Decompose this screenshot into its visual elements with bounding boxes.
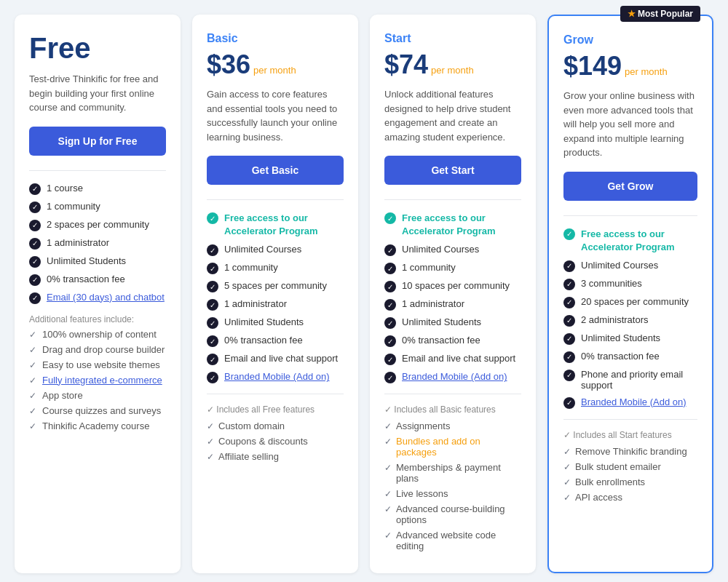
- feature-item: ✓ Phone and priority email support: [563, 369, 697, 391]
- feature-text: 1 community: [402, 262, 456, 273]
- check-icon: ✓: [563, 279, 575, 290]
- feature-text: 2 administrators: [581, 314, 648, 325]
- features-section: ✓ 1 course ✓ 1 community ✓ 2 spaces per …: [29, 170, 166, 436]
- check-icon: ✓: [384, 317, 396, 329]
- features-section: ✓ Free access to our Accelerator Program…: [563, 215, 697, 507]
- additional-text: App store: [42, 390, 83, 401]
- feature-text: 1 administrator: [47, 237, 109, 248]
- accelerator-feature: ✓ Free access to our Accelerator Program: [207, 212, 344, 238]
- plan-description: Grow your online business with even more…: [563, 89, 697, 160]
- additional-item: ✓ Fully integrated e-commerce: [29, 375, 166, 386]
- additional-text: Course quizzes and surveys: [42, 405, 161, 416]
- additional-item: ✓ Thinkific Academy course: [29, 420, 166, 431]
- feature-text: Unlimited Students: [581, 332, 660, 343]
- feature-text: Phone and priority email support: [581, 369, 697, 391]
- feature-text: 1 administrator: [224, 298, 287, 309]
- feature-item: ✓ Branded Mobile (Add on): [384, 371, 521, 383]
- includes-text: Memberships & payment plans: [396, 462, 521, 484]
- additional-text: Drag and drop course builder: [42, 344, 165, 355]
- plan-name: Basic: [207, 32, 344, 45]
- feature-item: ✓ Unlimited Students: [29, 255, 166, 268]
- check-icon: ✓: [207, 244, 218, 256]
- cta-button-basic[interactable]: Get Basic: [207, 156, 344, 185]
- cta-button-start[interactable]: Get Start: [384, 156, 521, 185]
- price-amount: $36: [207, 49, 250, 80]
- includes-label: ✓ Includes all Free features: [207, 404, 344, 415]
- additional-item: ✓ Easy to use website themes: [29, 359, 166, 370]
- star-icon: ★: [628, 9, 636, 19]
- accelerator-feature: ✓ Free access to our Accelerator Program: [384, 212, 521, 238]
- check-icon: ✓: [384, 212, 396, 224]
- feature-item: ✓ Unlimited Courses: [384, 244, 521, 256]
- plan-name: Grow: [563, 33, 697, 47]
- includes-text: Bulk student emailer: [575, 461, 661, 472]
- feature-item: ✓ Unlimited Courses: [563, 260, 697, 272]
- additional-item: ✓ Course quizzes and surveys: [29, 405, 166, 416]
- check-icon: ✓: [29, 274, 41, 286]
- feature-item: ✓ 5 spaces per community: [207, 280, 344, 292]
- price-row: $36 per month: [207, 49, 344, 80]
- accelerator-feature: ✓ Free access to our Accelerator Program: [563, 228, 697, 254]
- check-icon: ✓: [384, 263, 396, 274]
- includes-text: API access: [575, 492, 622, 503]
- feature-text: 1 administrator: [402, 298, 464, 309]
- additional-section: Additional features include: ✓ 100% owne…: [29, 314, 166, 431]
- includes-item: ✓ Advanced course-building options: [384, 503, 521, 525]
- includes-item: ✓ Memberships & payment plans: [384, 462, 521, 484]
- check-small-icon: ✓: [29, 360, 36, 370]
- check-small-icon: ✓: [384, 421, 392, 431]
- includes-item: ✓ Custom domain: [207, 420, 344, 431]
- check-icon: ✓: [207, 263, 218, 274]
- check-small-icon: ✓: [563, 447, 571, 457]
- additional-text: Easy to use website themes: [42, 359, 160, 370]
- includes-text: Live lessons: [396, 488, 448, 499]
- additional-item: ✓ 100% ownership of content: [29, 329, 166, 340]
- includes-item: ✓ Live lessons: [384, 488, 521, 499]
- check-icon: ✓: [384, 372, 396, 383]
- plan-card-start: Start $74 per month Unlock additional fe…: [370, 15, 536, 573]
- price-amount: $149: [563, 51, 622, 81]
- feature-text: Unlimited Students: [402, 316, 481, 327]
- check-small-icon: ✓: [563, 462, 571, 472]
- feature-text: 10 spaces per community: [402, 280, 510, 291]
- check-icon: ✓: [384, 281, 396, 292]
- check-icon: ✓: [29, 220, 41, 231]
- includes-text: Bundles and add on packages: [396, 436, 521, 458]
- accelerator-label: Free access to our Accelerator Program: [224, 212, 344, 238]
- check-small-icon: ✓: [384, 436, 392, 447]
- includes-item: ✓ Bundles and add on packages: [384, 436, 521, 458]
- feature-item: ✓ 0% transaction fee: [29, 274, 166, 286]
- features-section: ✓ Free access to our Accelerator Program…: [207, 199, 344, 466]
- feature-item: ✓ 1 administrator: [207, 298, 344, 311]
- feature-item: ✓ 1 community: [207, 262, 344, 274]
- includes-item: ✓ Coupons & discounts: [207, 436, 344, 447]
- plan-description: Gain access to core features and essenti…: [207, 87, 344, 144]
- check-small-icon: ✓: [29, 391, 36, 401]
- includes-text: Bulk enrollments: [575, 477, 645, 487]
- check-icon: ✓: [563, 260, 575, 272]
- check-icon: ✓: [207, 212, 218, 224]
- feature-text: Branded Mobile (Add on): [402, 371, 507, 382]
- price-row: $74 per month: [384, 49, 521, 80]
- feature-text: Unlimited Courses: [402, 244, 479, 255]
- feature-item: ✓ Unlimited Students: [207, 316, 344, 329]
- check-icon: ✓: [563, 333, 575, 345]
- includes-label: ✓ Includes all Basic features: [384, 404, 521, 415]
- feature-text: Unlimited Courses: [581, 260, 658, 271]
- cta-button-grow[interactable]: Get Grow: [563, 172, 697, 201]
- feature-text: 0% transaction fee: [47, 274, 125, 284]
- includes-text: Coupons & discounts: [218, 436, 308, 447]
- feature-item: ✓ 2 administrators: [563, 314, 697, 327]
- feature-item: ✓ 1 course: [29, 183, 166, 195]
- check-small-icon: ✓: [207, 452, 214, 462]
- feature-item: ✓ 1 community: [384, 262, 521, 274]
- feature-item: ✓ 10 spaces per community: [384, 280, 521, 292]
- check-icon: ✓: [29, 292, 41, 304]
- feature-item: ✓ Branded Mobile (Add on): [563, 396, 697, 409]
- includes-text: Custom domain: [218, 420, 285, 431]
- cta-button-free[interactable]: Sign Up for Free: [29, 127, 166, 156]
- plan-description: Unlock additional features designed to h…: [384, 87, 521, 144]
- check-icon: ✓: [207, 281, 218, 292]
- check-icon: ✓: [384, 299, 396, 311]
- check-small-icon: ✓: [29, 375, 36, 386]
